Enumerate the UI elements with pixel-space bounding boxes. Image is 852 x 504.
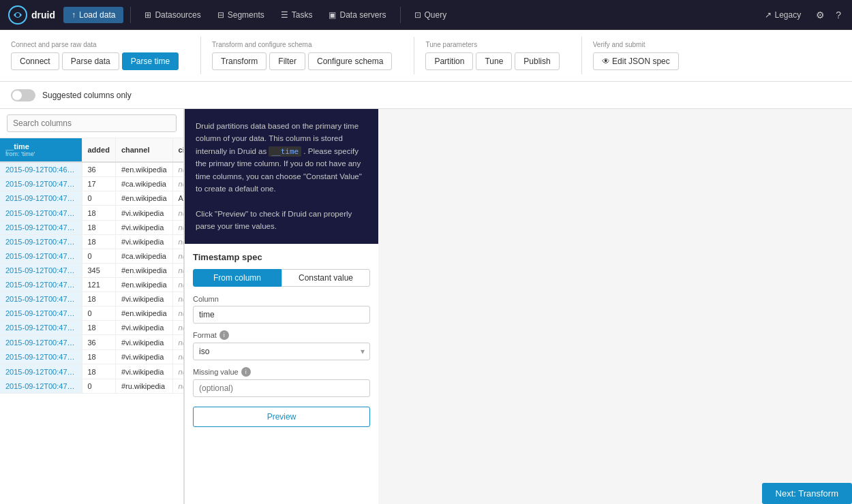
table-row: 2015-09-12T00:47:29.913Z0#en.wikipedianu…: [0, 306, 183, 321]
query-icon: ⊡: [414, 10, 421, 20]
configure-schema-button[interactable]: Configure schema: [308, 52, 392, 70]
tasks-nav-button[interactable]: ☰ Tasks: [274, 7, 320, 23]
data-servers-nav-button[interactable]: ▣ Data servers: [322, 7, 393, 23]
table-cell: #vi.wikipedia: [115, 206, 172, 221]
table-cell: 2015-09-12T00:47:13.987Z: [0, 235, 82, 249]
table-cell: 2015-09-12T00:47:05.474Z: [0, 191, 82, 206]
nav-divider: [130, 7, 131, 23]
table-cell: null: [172, 278, 183, 292]
table-cell: #en.wikipedia: [115, 306, 172, 321]
wizard-section-connect: Connect and parse raw data Connect Parse…: [11, 30, 189, 81]
table-row: 2015-09-12T00:46:58.771Z36#en.wikipedian…: [0, 162, 183, 177]
table-cell: null: [172, 379, 183, 394]
table-cell: 2015-09-12T00:47:42.090Z: [0, 364, 82, 379]
table-cell: 2015-09-12T00:47:37.881Z: [0, 350, 82, 364]
preview-button[interactable]: Preview: [193, 407, 370, 427]
table-row: 2015-09-12T00:47:35.776Z36#vi.wikipedian…: [0, 335, 183, 350]
table-row: 2015-09-12T00:47:44.963Z0#ru.wikipedianu…: [0, 379, 183, 394]
help-button[interactable]: ?: [833, 7, 844, 23]
table-cell: null: [172, 364, 183, 379]
tasks-icon: ☰: [281, 10, 288, 20]
table-cell: 18: [82, 321, 115, 335]
settings-button[interactable]: ⚙: [813, 7, 827, 23]
transform-button[interactable]: Transform: [212, 52, 267, 70]
suggested-columns-toggle[interactable]: [11, 89, 35, 101]
upload-icon: ↑: [72, 10, 76, 20]
info-box: Druid partitions data based on the prima…: [185, 109, 378, 244]
search-input[interactable]: [7, 114, 177, 132]
partition-button[interactable]: Partition: [425, 52, 473, 70]
table-row: 2015-09-12T00:47:11.862Z18#vi.wikipedian…: [0, 221, 183, 235]
table-row: 2015-09-12T00:47:13.987Z18#vi.wikipedian…: [0, 235, 183, 249]
table-cell: 2015-09-12T00:47:19.591Z: [0, 264, 82, 278]
next-transform-button[interactable]: Next: Transform: [762, 483, 852, 504]
table-cell: null: [172, 350, 183, 364]
datasources-icon: ⊞: [144, 10, 151, 20]
from-column-tab[interactable]: From column: [193, 269, 282, 287]
server-icon: ▣: [329, 10, 336, 20]
table-cell: #vi.wikipedia: [115, 321, 172, 335]
left-panel: __time from: 'time' added channel cityNa…: [0, 109, 184, 504]
table-cell: null: [172, 221, 183, 235]
logo: druid: [8, 5, 55, 25]
right-panel-body: Timestamp spec From column Constant valu…: [185, 244, 378, 504]
segments-icon: ⊟: [217, 10, 224, 20]
table-row: 2015-09-12T00:47:08.770Z18#vi.wikipedian…: [0, 206, 183, 221]
section-3-buttons: Partition Tune Publish: [425, 52, 559, 70]
missing-value-info-icon[interactable]: i: [241, 367, 251, 377]
table-cell: #en.wikipedia: [115, 264, 172, 278]
table-row: 2015-09-12T00:47:19.591Z345#en.wikipedia…: [0, 264, 183, 278]
edit-json-spec-button[interactable]: 👁 Edit JSON spec: [593, 52, 679, 70]
table-cell: #vi.wikipedia: [115, 350, 172, 364]
table-row: 2015-09-12T00:47:37.881Z18#vi.wikipedian…: [0, 350, 183, 364]
parse-data-button[interactable]: Parse data: [62, 52, 119, 70]
toggle-label: Suggested columns only: [42, 91, 132, 100]
table-cell: 0: [82, 379, 115, 394]
data-table-wrapper[interactable]: __time from: 'time' added channel cityNa…: [0, 138, 183, 504]
wizard-footer: Next: Transform: [762, 483, 852, 504]
format-info-icon[interactable]: i: [219, 330, 229, 340]
time-code: __time: [269, 146, 301, 157]
data-table: __time from: 'time' added channel cityNa…: [0, 138, 183, 394]
toggle-area: Suggested columns only: [0, 82, 852, 109]
table-cell: null: [172, 264, 183, 278]
table-cell: 2015-09-12T00:47:25.821Z: [0, 292, 82, 306]
parse-time-button[interactable]: Parse time: [122, 52, 179, 70]
column-field-input[interactable]: [193, 306, 370, 324]
table-cell: null: [172, 235, 183, 249]
constant-value-tab[interactable]: Constant value: [282, 269, 370, 287]
search-box: [0, 109, 183, 138]
eye-icon: 👁: [602, 57, 610, 66]
datasources-nav-button[interactable]: ⊞ Datasources: [138, 7, 207, 23]
connect-button[interactable]: Connect: [11, 52, 59, 70]
table-cell: #en.wikipedia: [115, 162, 172, 177]
section-divider-3: [581, 37, 582, 74]
nav-divider-2: [400, 7, 401, 23]
table-cell: 18: [82, 206, 115, 221]
missing-value-input[interactable]: [193, 379, 370, 397]
time-column-header: __time from: 'time': [0, 138, 82, 162]
segments-nav-button[interactable]: ⊟ Segments: [211, 7, 271, 23]
table-cell: 2015-09-12T00:47:17.009Z: [0, 249, 82, 264]
section-divider-2: [414, 37, 414, 74]
table-row: 2015-09-12T00:47:42.090Z18#vi.wikipedian…: [0, 364, 183, 379]
table-cell: 121: [82, 278, 115, 292]
tune-button[interactable]: Tune: [476, 52, 512, 70]
top-navigation: druid ↑ Load data ⊞ Datasources ⊟ Segmen…: [0, 0, 852, 30]
legacy-button[interactable]: ↗ Legacy: [758, 7, 808, 23]
table-cell: #vi.wikipedia: [115, 235, 172, 249]
timestamp-tab-group: From column Constant value: [193, 269, 370, 287]
table-cell: #ca.wikipedia: [115, 177, 172, 191]
table-cell: 18: [82, 235, 115, 249]
time-col-subtitle: from: 'time': [5, 151, 76, 157]
query-nav-button[interactable]: ⊡ Query: [408, 7, 454, 23]
section-4-buttons: 👁 Edit JSON spec: [593, 52, 679, 70]
filter-button[interactable]: Filter: [269, 52, 305, 70]
load-data-button[interactable]: ↑ Load data: [63, 7, 123, 23]
format-select[interactable]: iso auto millis: [193, 343, 370, 360]
table-cell: 0: [82, 191, 115, 206]
table-cell: #vi.wikipedia: [115, 364, 172, 379]
table-cell: 18: [82, 364, 115, 379]
missing-value-field-row: Missing value i: [193, 367, 370, 397]
publish-button[interactable]: Publish: [515, 52, 559, 70]
